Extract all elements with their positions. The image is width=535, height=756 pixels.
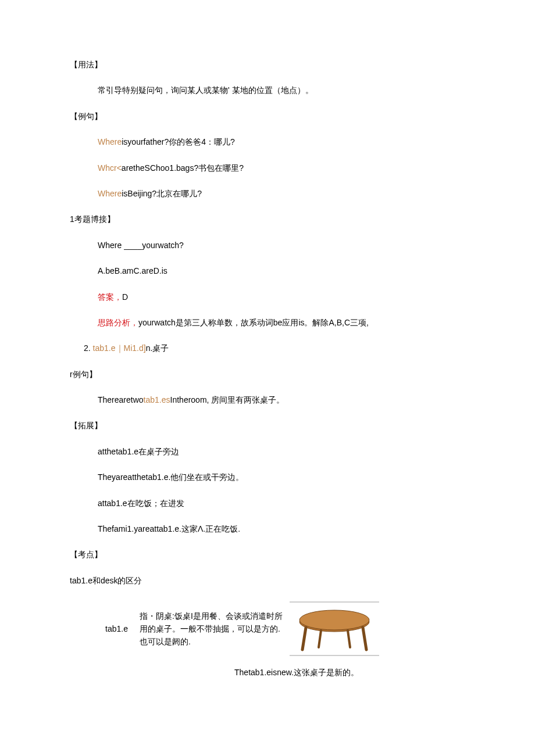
table-row-label: tab1.e (70, 622, 140, 635)
table-row-definition: 指・阴桌:饭桌I是用餐、会谈或消遣时所用的桌子。一般不带抽掘，可以是方的. 也可… (140, 610, 285, 648)
item-2-num: 2. (84, 343, 93, 353)
example-2-keyword: Whcr< (98, 163, 122, 173)
example-3: WhereisBeijing?北京在哪儿? (70, 187, 465, 200)
table-caption: Thetab1.eisnew.这张桌子是新的。 (70, 666, 465, 679)
example-3-rest: isBeijing?北京在哪儿? (122, 189, 202, 198)
r-example-heading: r例句】 (70, 368, 465, 381)
extension-4: Thefami1.yareattab1.e.这家Λ.正在吃饭. (70, 522, 465, 535)
answer-value: D (122, 292, 128, 302)
example-1-rest: isyourfather?你的爸爸4：哪儿? (122, 137, 235, 146)
extension-3: attab1.e在吃饭；在进发 (70, 497, 465, 510)
exam-q-blank: ____ (124, 241, 142, 250)
example-2-rest: aretheSChoo1.bags?书包在哪里? (122, 163, 244, 173)
answer-label: 答案， (98, 292, 122, 302)
item-2-keyword: tab1.e｜Mi1.d] (93, 343, 146, 353)
example-2: Whcr<aretheSChoo1.bags?书包在哪里? (70, 162, 465, 174)
r-example-pre: Therearetwo (98, 395, 144, 404)
item-2: 2. tab1.e｜Mi1.d]n.桌子 (70, 342, 465, 354)
kaodian-heading: 【考点】 (70, 548, 465, 561)
exam-options: A.beB.amC.areD.is (70, 264, 465, 277)
extension-2: Theyareatthetab1.e.他们坐在或干旁边。 (70, 471, 465, 483)
exam-analysis: 思路分析，yourwatch是第三人称单数，故系动词be应用is。解除A,B,C… (70, 316, 465, 329)
analysis-label: 思路分析， (98, 318, 138, 327)
r-example-text: Therearetwotab1.esIntheroom, 房间里有两张桌子。 (70, 393, 465, 406)
example-3-keyword: Where (98, 189, 122, 198)
usage-heading: 【用法】 (70, 58, 465, 71)
exam-question: Where ____yourwatch? (70, 239, 465, 252)
table-row: tab1.e 指・阴桌:饭桌I是用餐、会谈或消遣时所用的桌子。一般不带抽掘，可以… (70, 600, 465, 658)
example-1: Whereisyourfather?你的爸爸4：哪儿? (70, 135, 465, 148)
usage-text: 常引导特别疑问句，询问某人或某物' 某地的位置（地点）。 (70, 84, 465, 96)
r-example-keyword: tab1.es (144, 395, 170, 404)
analysis-text: yourwatch是第三人称单数，故系动词be应用is。解除A,B,C三项, (138, 318, 369, 327)
svg-point-2 (299, 610, 369, 630)
exam-answer: 答案，D (70, 291, 465, 303)
r-example-post: Intheroom, 房间里有两张桌子。 (170, 395, 285, 404)
example-heading: 【例句】 (70, 110, 465, 123)
example-1-keyword: Where (98, 137, 122, 146)
kaodian-text: tab1.e和desk的区分 (70, 574, 465, 587)
exam-heading: 1考题博接】 (70, 213, 465, 225)
table-icon (285, 600, 384, 658)
extension-1: atthetab1.e在桌子旁边 (70, 445, 465, 458)
exam-q-post: yourwatch? (142, 241, 184, 250)
table-image (285, 600, 384, 658)
document-page: 【用法】 常引导特别疑问句，询问某人或某物' 某地的位置（地点）。 【例句】 W… (0, 0, 535, 756)
extension-heading: 【拓展】 (70, 419, 465, 432)
item-2-rest: n.桌子 (146, 343, 169, 353)
exam-q-pre: Where (98, 241, 124, 250)
